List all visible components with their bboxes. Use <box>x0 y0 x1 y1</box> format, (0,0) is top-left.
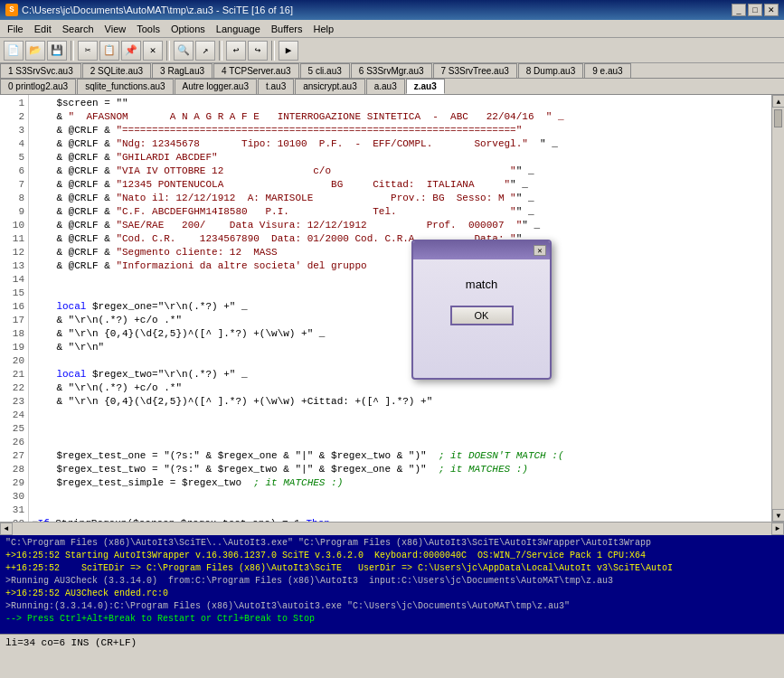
tab-s3srvmgr[interactable]: 6 S3SrvMgr.au3 <box>351 63 432 78</box>
tab-t[interactable]: t.au3 <box>258 79 294 94</box>
app-icon: S <box>5 4 18 16</box>
titlebar-title: C:\Users\jc\Documents\AutoMAT\tmp\z.au3 … <box>22 5 293 15</box>
goto-button[interactable]: ↗ <box>195 41 215 61</box>
output-line-2: +>16:25:52 Starting AutoIt3Wrapper v.16.… <box>5 550 779 562</box>
scroll-up-arrow[interactable]: ▲ <box>772 95 784 108</box>
horizontal-scrollbar[interactable]: ◄ ► <box>0 522 784 534</box>
tabs-row2: 0 printlog2.au3 sqlite_functions.au3 Aut… <box>0 79 784 95</box>
output-line-1: "C:\Program Files (x86)\AutoIt3\SciTE\..… <box>5 537 779 550</box>
open-button[interactable]: 📂 <box>25 41 45 61</box>
dialog-body: match OK <box>413 259 550 334</box>
tab-dump[interactable]: 8 Dump.au3 <box>518 63 583 78</box>
scroll-down-arrow[interactable]: ▼ <box>772 509 784 522</box>
vertical-scrollbar[interactable]: ▲ ▼ <box>771 95 784 522</box>
menu-item-tools[interactable]: Tools <box>131 22 165 36</box>
output-line-5: +>16:25:52 AU3Check ended.rc:0 <box>5 588 779 600</box>
menu-item-buffers[interactable]: Buffers <box>266 22 308 36</box>
tab-e[interactable]: 9 e.au3 <box>584 63 630 78</box>
output-line-7: --> Press Ctrl+Alt+Break to Restart or C… <box>5 613 779 626</box>
toolbar-sep1 <box>71 41 74 61</box>
menu-item-edit[interactable]: Edit <box>29 22 57 36</box>
tab-z[interactable]: z.au3 <box>406 79 445 94</box>
titlebar-buttons: _ □ ✕ <box>732 4 779 16</box>
close-button[interactable]: ✕ <box>764 4 779 16</box>
titlebar: S C:\Users\jc\Documents\AutoMAT\tmp\z.au… <box>0 0 784 20</box>
minimize-button[interactable]: _ <box>732 4 746 16</box>
paste-button[interactable]: 📌 <box>121 41 141 61</box>
statusbar-text: li=34 co=6 INS (CR+LF) <box>5 637 137 648</box>
output-line-3: ++16:25:52 SciTEDir => C:\Program Files … <box>5 562 779 575</box>
menu-item-help[interactable]: Help <box>307 22 339 36</box>
dialog-message: match <box>466 278 497 291</box>
dialog-close-button[interactable]: ✕ <box>534 245 546 256</box>
titlebar-left: S C:\Users\jc\Documents\AutoMAT\tmp\z.au… <box>5 4 293 16</box>
redo-button[interactable]: ↪ <box>248 41 268 61</box>
tab-sqlite-functions[interactable]: sqlite_functions.au3 <box>77 79 173 94</box>
tab-sqlite[interactable]: 2 SQLite.au3 <box>82 63 151 78</box>
copy-button[interactable]: 📋 <box>99 41 119 61</box>
menubar: FileEditSearchViewToolsOptionsLanguageBu… <box>0 20 784 38</box>
tab-a[interactable]: a.au3 <box>366 79 405 94</box>
dialog-ok-button[interactable]: OK <box>450 306 514 325</box>
statusbar: li=34 co=6 INS (CR+LF) <box>0 634 784 650</box>
hscroll-track <box>13 523 771 535</box>
line-numbers: 1234567891011121314151617181920212223242… <box>0 95 29 522</box>
menu-item-language[interactable]: Language <box>211 22 266 36</box>
toolbar-sep3 <box>219 41 222 61</box>
tab-s3srvsvc[interactable]: 1 S3SrvSvc.au3 <box>0 63 81 78</box>
tab-ansicrypt[interactable]: ansicrypt.au3 <box>295 79 364 94</box>
maximize-button[interactable]: □ <box>748 4 762 16</box>
output-line-4: >Running AU3Check (3.3.14.0) from:C:\Pro… <box>5 575 779 588</box>
scroll-thumb[interactable] <box>774 109 782 127</box>
save-button[interactable]: 💾 <box>47 41 67 61</box>
tab-autre-logger[interactable]: Autre logger.au3 <box>175 79 257 94</box>
tab-raglau3[interactable]: 3 RagLau3 <box>152 63 213 78</box>
find-button[interactable]: 🔍 <box>174 41 194 61</box>
scroll-left-arrow[interactable]: ◄ <box>0 523 13 535</box>
menu-item-view[interactable]: View <box>99 22 132 36</box>
dialog-box: ✕ match OK <box>411 240 552 380</box>
delete-button[interactable]: ✕ <box>143 41 163 61</box>
toolbar-sep4 <box>271 41 275 61</box>
output-line-6: >Running:(3.3.14.0):C:\Program Files (x8… <box>5 600 779 613</box>
new-button[interactable]: 📄 <box>4 41 24 61</box>
tab-cli[interactable]: 5 cli.au3 <box>300 63 350 78</box>
scroll-right-arrow[interactable]: ► <box>771 523 784 535</box>
run-button[interactable]: ▶ <box>279 41 298 61</box>
menu-item-search[interactable]: Search <box>57 22 99 36</box>
output-panel: "C:\Program Files (x86)\AutoIt3\SciTE\..… <box>0 534 784 634</box>
tab-printlog2[interactable]: 0 printlog2.au3 <box>0 79 76 94</box>
toolbar-sep2 <box>166 41 170 61</box>
dialog-titlebar: ✕ <box>413 241 550 259</box>
tab-tcpserver[interactable]: 4 TCPServer.au3 <box>213 63 299 78</box>
undo-button[interactable]: ↩ <box>226 41 246 61</box>
menu-item-options[interactable]: Options <box>165 22 211 36</box>
cut-button[interactable]: ✂ <box>78 41 98 61</box>
tab-s3srvtree[interactable]: 7 S3SrvTree.au3 <box>433 63 517 78</box>
menu-item-file[interactable]: File <box>2 22 29 36</box>
toolbar: 📄 📂 💾 ✂ 📋 📌 ✕ 🔍 ↗ ↩ ↪ ▶ <box>0 38 784 63</box>
tabs-row1: 1 S3SrvSvc.au3 2 SQLite.au3 3 RagLau3 4 … <box>0 63 784 79</box>
editor-content[interactable]: $screen = "" & " AFASNOM A N A G R A F E… <box>29 95 771 522</box>
editor-container: 1234567891011121314151617181920212223242… <box>0 95 784 522</box>
